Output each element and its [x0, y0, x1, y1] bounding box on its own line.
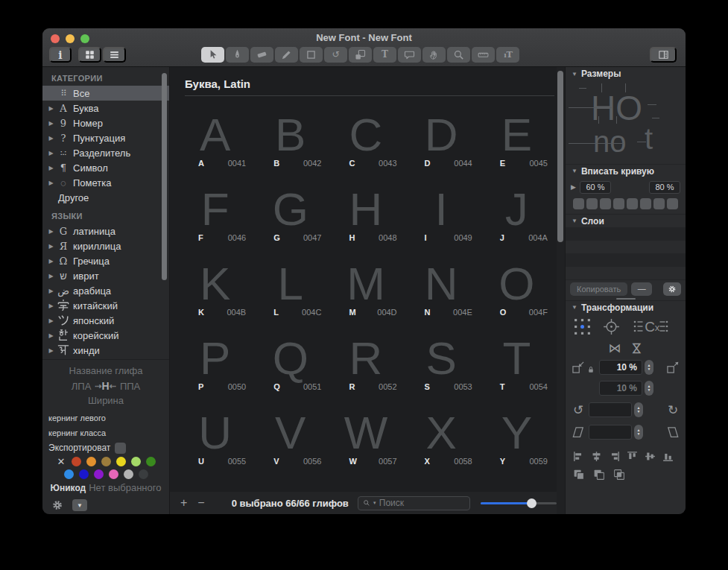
glyph-cell-S[interactable]: S S 0053: [404, 322, 479, 396]
info-button[interactable]: [49, 47, 72, 63]
disclosure-icon[interactable]: [46, 135, 56, 142]
intersect-icon[interactable]: [613, 468, 626, 481]
glyph-cell-G[interactable]: G G 0047: [253, 173, 328, 247]
list-view-button[interactable]: [103, 47, 126, 63]
layers-header[interactable]: Слои: [566, 214, 686, 227]
slant-left-icon[interactable]: [571, 425, 586, 440]
sidebar-item-letter[interactable]: A Буква: [42, 101, 169, 115]
disclosure-down-icon[interactable]: [572, 168, 577, 174]
glyph-grid-scrollbar[interactable]: [557, 67, 565, 514]
remove-layer-button[interactable]: —: [631, 282, 652, 296]
glyph-cell-B[interactable]: B B 0042: [253, 98, 328, 173]
fit-curve-preset-button[interactable]: [640, 198, 651, 209]
scale-up-icon[interactable]: [665, 360, 680, 375]
glyph-cell-Y[interactable]: Y Y 0059: [479, 396, 554, 471]
disclosure-icon[interactable]: [46, 288, 56, 294]
fit-curve-preset-button[interactable]: [573, 198, 584, 209]
layer-row[interactable]: [566, 227, 686, 241]
zoom-slider[interactable]: [481, 498, 557, 508]
disclosure-icon[interactable]: [46, 120, 56, 127]
tool-button-text[interactable]: [373, 47, 396, 63]
transformations-header[interactable]: Трансформации: [566, 300, 686, 314]
glyph-cell-N[interactable]: N N 004E: [404, 247, 479, 322]
tool-button-measure[interactable]: [472, 47, 495, 63]
sidebar-item-punctuation[interactable]: ? Пунктуация: [42, 130, 169, 145]
layers-list[interactable]: [566, 227, 686, 279]
layer-row[interactable]: [566, 267, 686, 280]
glyph-cell-V[interactable]: V V 0056: [253, 396, 328, 471]
disclosure-icon[interactable]: [46, 347, 56, 354]
disclosure-icon[interactable]: [46, 273, 56, 279]
rotate-field[interactable]: [589, 402, 632, 417]
disclosure-down-icon[interactable]: [572, 304, 577, 311]
sidebar-item-number[interactable]: 9 Номер: [42, 115, 169, 130]
color-swatch-red[interactable]: [72, 457, 81, 466]
transform-metrics-center-icon[interactable]: [631, 317, 670, 335]
metric-letter-icon[interactable]: H: [95, 380, 116, 392]
fit-curve-preset-button[interactable]: [586, 198, 598, 209]
fit-curve-preset-button[interactable]: [667, 198, 678, 209]
layer-row[interactable]: [566, 241, 686, 254]
slant-stepper[interactable]: [634, 425, 643, 440]
width-field[interactable]: Ширина: [42, 394, 169, 408]
search-input[interactable]: Поиск: [358, 496, 470, 510]
disclosure-icon[interactable]: [46, 165, 56, 171]
glyph-cell-P[interactable]: P P 0050: [177, 322, 253, 396]
disclosure-icon[interactable]: [46, 228, 56, 235]
disclosure-icon[interactable]: [46, 317, 56, 324]
slant-right-icon[interactable]: [665, 425, 680, 440]
scale-vertical-field[interactable]: 10 %: [599, 381, 642, 396]
glyph-cell-J[interactable]: J J 004A: [479, 173, 554, 247]
tool-button-pencil[interactable]: [275, 47, 298, 63]
disclosure-icon[interactable]: [46, 332, 56, 339]
transform-origin-icon[interactable]: [573, 317, 592, 336]
color-swatch-light-gray[interactable]: [124, 469, 133, 479]
glyph-cell-X[interactable]: X X 0058: [404, 396, 479, 471]
glyph-cell-W[interactable]: W W 0057: [328, 396, 403, 471]
inspector-gear-button[interactable]: [51, 499, 63, 511]
align-left-icon[interactable]: [572, 450, 585, 463]
fit-curve-preset-button[interactable]: [653, 198, 665, 209]
tool-button-annotate[interactable]: [398, 47, 421, 63]
lsb-field[interactable]: ЛПА: [72, 381, 92, 392]
inspector-dropdown-button[interactable]: [72, 499, 87, 511]
color-swatch-dark-gray[interactable]: [139, 469, 148, 479]
layers-gear-button[interactable]: [663, 282, 681, 296]
tool-button-primitives[interactable]: [300, 47, 323, 63]
lock-icon[interactable]: [586, 365, 595, 374]
glyph-cell-Z[interactable]: Z Z 005A: [177, 471, 253, 492]
union-icon[interactable]: [572, 468, 586, 481]
glyph-cell-K[interactable]: K K 004B: [177, 247, 253, 322]
flip-vertical-icon[interactable]: [629, 342, 645, 355]
sidebar-scrollbar[interactable]: [162, 73, 167, 280]
tool-button-transform[interactable]: [349, 47, 372, 63]
tool-button-metrics[interactable]: [496, 47, 519, 63]
add-glyph-button[interactable]: +: [180, 497, 187, 509]
disclosure-icon[interactable]: [46, 303, 56, 309]
dimensions-header[interactable]: Размеры: [566, 67, 686, 80]
tool-button-select[interactable]: [201, 47, 224, 63]
scale-down-icon[interactable]: [571, 360, 586, 375]
rotate-stepper[interactable]: [634, 402, 643, 417]
disclosure-icon[interactable]: [46, 105, 56, 112]
rsb-field[interactable]: ППА: [120, 381, 140, 392]
glyph-cell-T[interactable]: T T 0054: [479, 322, 554, 396]
fit-curve-preset-button[interactable]: [613, 198, 624, 209]
glyph-cell-O[interactable]: O O 004F: [479, 247, 554, 322]
export-checkbox[interactable]: [115, 443, 126, 454]
scale-stepper[interactable]: [645, 360, 653, 375]
disclosure-down-icon[interactable]: [572, 218, 577, 224]
align-center-horizontal-icon[interactable]: [590, 450, 603, 463]
fit-curve-expand-icon[interactable]: [571, 183, 576, 191]
transform-crosshair-icon[interactable]: [602, 317, 621, 336]
tool-button-rotate[interactable]: [324, 47, 347, 63]
slant-field[interactable]: [589, 425, 632, 440]
scrollbar-thumb[interactable]: [557, 71, 563, 242]
color-swatch-brown[interactable]: [101, 457, 111, 466]
color-swatch-orange[interactable]: [86, 457, 96, 466]
glyph-cell-D[interactable]: D D 0044: [404, 98, 479, 173]
glyph-cell-R[interactable]: R R 0052: [328, 322, 403, 396]
color-swatch-yellow[interactable]: [116, 457, 126, 466]
subtract-icon[interactable]: [592, 468, 606, 481]
disclosure-icon[interactable]: [46, 243, 56, 250]
